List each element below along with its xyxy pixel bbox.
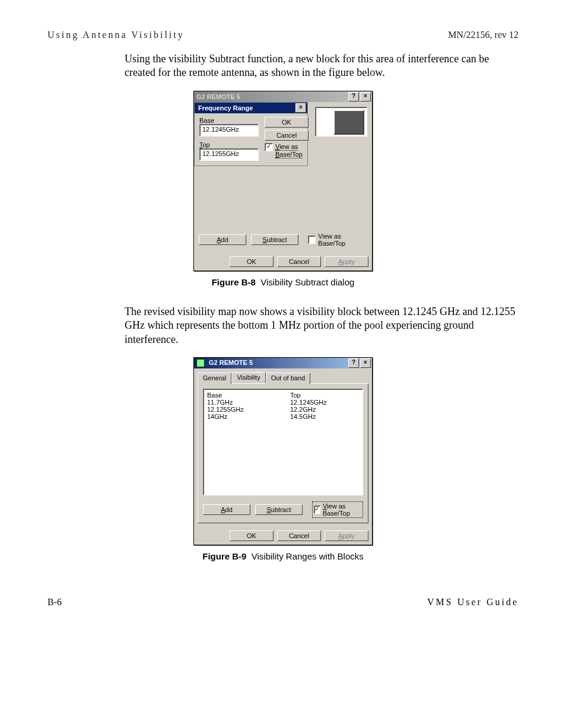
figure-b8-caption: Figure B-8 Visibility Subtract dialog — [47, 277, 519, 287]
window-title-b9: G2 REMOTE 5 — [209, 359, 253, 366]
tab-visibility[interactable]: Visibility — [231, 372, 266, 383]
page-footer: B-6 VMS User Guide — [47, 597, 519, 608]
subtract-button[interactable]: Subtract — [251, 234, 298, 245]
apply-button[interactable]: Apply — [325, 530, 368, 541]
g2-remote-window-b8: G2 REMOTE 5 ? × Frequency Range × Base — [193, 91, 373, 271]
titlebar-b8[interactable]: G2 REMOTE 5 ? × — [194, 91, 372, 102]
cancel-button[interactable]: Cancel — [277, 256, 321, 267]
ok-button[interactable]: OK — [230, 530, 274, 541]
tab-general[interactable]: General — [198, 373, 231, 384]
paragraph-1: Using the visibility Subtract function, … — [125, 52, 519, 80]
footer-left: B-6 — [47, 597, 62, 608]
cancel-button[interactable]: Cancel — [265, 130, 309, 141]
checkbox-checked-icon: ✓ — [314, 506, 320, 514]
subtract-button[interactable]: Subtract — [255, 504, 303, 515]
thumbnail-icon — [333, 110, 364, 135]
footer-right: VMS User Guide — [427, 597, 519, 608]
partial-listbox — [315, 107, 367, 136]
window-title-b8: G2 REMOTE 5 — [196, 93, 240, 100]
add-button[interactable]: Add — [203, 504, 250, 515]
close-icon[interactable]: × — [360, 92, 371, 101]
frequency-range-dialog: Frequency Range × Base 12.1245GHz Top 12… — [194, 102, 308, 166]
header-right: MN/22156, rev 12 — [448, 30, 519, 40]
close-icon[interactable]: × — [360, 358, 371, 368]
visibility-listbox[interactable]: Base Top 11.7GHz 12.1245GHz 12.1255GHz 1… — [203, 389, 363, 495]
cancel-button[interactable]: Cancel — [277, 530, 321, 541]
col-header-base: Base — [207, 392, 266, 399]
figure-b8-wrap: G2 REMOTE 5 ? × Frequency Range × Base — [47, 91, 519, 271]
top-label: Top — [199, 141, 259, 148]
view-as-basetop-checkbox[interactable]: ✓ View as Base/Top — [312, 501, 363, 518]
apply-button[interactable]: Apply — [325, 256, 368, 267]
visibility-tabpanel: Base Top 11.7GHz 12.1245GHz 12.1255GHz 1… — [198, 383, 368, 523]
view-as-basetop-checkbox[interactable]: View as Base/Top — [308, 233, 367, 247]
ok-button[interactable]: OK — [230, 256, 274, 267]
page-header: Using Antenna Visibility MN/22156, rev 1… — [47, 30, 519, 40]
titlebar-b9[interactable]: G2 REMOTE 5 ? × — [194, 358, 372, 368]
checkbox-checked-icon: ✓ — [265, 143, 273, 151]
freq-range-titlebar[interactable]: Frequency Range × — [195, 103, 307, 113]
tab-out-of-band[interactable]: Out of band — [266, 373, 311, 384]
help-icon[interactable]: ? — [348, 358, 359, 368]
base-input[interactable]: 12.1245GHz — [199, 124, 259, 136]
table-row[interactable]: 12.1255GHz 12.2GHz — [207, 406, 359, 413]
base-label: Base — [199, 117, 259, 124]
view-as-basetop-checkbox[interactable]: ✓ View as Base/Top — [265, 143, 303, 158]
top-input[interactable]: 12.1255GHz — [199, 148, 259, 161]
figure-b9-caption: Figure B-9 Visibility Ranges with Blocks — [47, 551, 519, 561]
figure-b9-wrap: G2 REMOTE 5 ? × General Visibility Out o… — [47, 357, 519, 545]
g2-remote-window-b9: G2 REMOTE 5 ? × General Visibility Out o… — [193, 357, 373, 545]
freq-range-title: Frequency Range — [198, 104, 253, 112]
help-icon[interactable]: ? — [348, 92, 359, 101]
table-row[interactable]: 11.7GHz 12.1245GHz — [207, 399, 359, 406]
app-icon — [196, 359, 205, 367]
header-left: Using Antenna Visibility — [47, 30, 185, 40]
add-button[interactable]: Add — [199, 234, 246, 245]
close-icon[interactable]: × — [295, 103, 306, 113]
checkbox-empty-icon — [308, 236, 316, 244]
ok-button[interactable]: OK — [265, 117, 309, 128]
paragraph-2: The revised visibility map now shows a v… — [125, 305, 519, 346]
table-row[interactable]: 14GHz 14.5GHz — [207, 413, 359, 420]
tabstrip: General Visibility Out of band — [194, 368, 372, 383]
col-header-top: Top — [290, 392, 301, 399]
